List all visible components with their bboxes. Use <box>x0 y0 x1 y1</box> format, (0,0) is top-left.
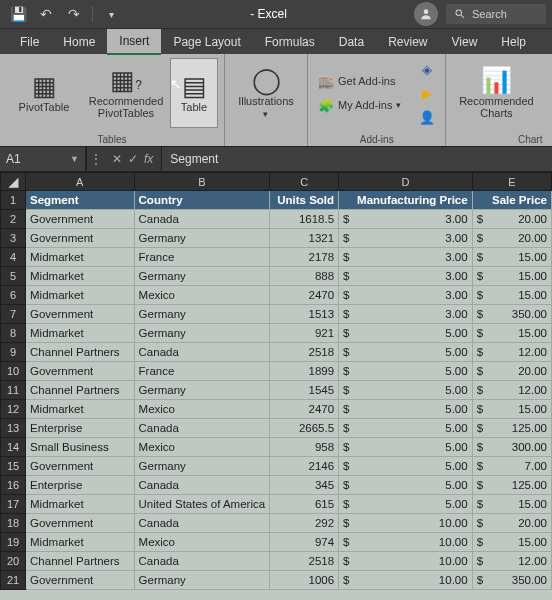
illustrations-button[interactable]: ◯ Illustrations▾ <box>231 58 301 128</box>
cell[interactable]: $15.00 <box>472 267 551 286</box>
search-box[interactable]: Search <box>446 4 546 24</box>
cell[interactable]: $3.00 <box>339 210 473 229</box>
cell[interactable]: 1545 <box>270 381 339 400</box>
fx-icon[interactable]: fx <box>144 152 153 166</box>
cell[interactable]: $125.00 <box>472 476 551 495</box>
my-addins-button[interactable]: 🧩 My Add-ins ▾ <box>314 94 405 116</box>
cell[interactable]: 2146 <box>270 457 339 476</box>
cell[interactable]: 2518 <box>270 343 339 362</box>
row-header[interactable]: 8 <box>1 324 26 343</box>
tab-review[interactable]: Review <box>376 29 439 55</box>
cell[interactable]: $10.00 <box>339 514 473 533</box>
cell[interactable]: Midmarket <box>26 267 135 286</box>
cell[interactable]: Germany <box>134 305 270 324</box>
undo-icon[interactable]: ↶ <box>34 3 58 25</box>
cell[interactable]: $5.00 <box>339 419 473 438</box>
header-cell[interactable]: Country <box>134 191 270 210</box>
cell[interactable]: 1321 <box>270 229 339 248</box>
column-header[interactable]: C <box>270 173 339 191</box>
cell[interactable]: 2470 <box>270 286 339 305</box>
people-addin-button[interactable]: 👤 <box>415 106 439 128</box>
cell[interactable]: Mexico <box>134 533 270 552</box>
cell[interactable]: 1513 <box>270 305 339 324</box>
cell[interactable]: $20.00 <box>472 362 551 381</box>
cell[interactable]: $15.00 <box>472 400 551 419</box>
cell[interactable]: Germany <box>134 229 270 248</box>
cell[interactable]: Government <box>26 362 135 381</box>
table-button[interactable]: ▤ Table <box>170 58 218 128</box>
cell[interactable]: 2470 <box>270 400 339 419</box>
column-header[interactable]: B <box>134 173 270 191</box>
cell[interactable]: Midmarket <box>26 533 135 552</box>
cell[interactable]: Channel Partners <box>26 552 135 571</box>
row-header[interactable]: 15 <box>1 457 26 476</box>
cell[interactable]: Midmarket <box>26 286 135 305</box>
cell[interactable]: Canada <box>134 514 270 533</box>
get-addins-button[interactable]: 🏬 Get Add-ins <box>314 70 405 92</box>
cell[interactable]: Midmarket <box>26 248 135 267</box>
cell[interactable]: Mexico <box>134 438 270 457</box>
row-header[interactable]: 12 <box>1 400 26 419</box>
dropdown-icon[interactable]: ▼ <box>70 154 79 164</box>
cell[interactable]: 958 <box>270 438 339 457</box>
cell[interactable]: 1899 <box>270 362 339 381</box>
cell[interactable]: Government <box>26 514 135 533</box>
cell[interactable]: $5.00 <box>339 457 473 476</box>
cell[interactable]: Mexico <box>134 400 270 419</box>
recommended-charts-button[interactable]: 📊 Recommended Charts <box>452 58 540 128</box>
cell[interactable]: $12.00 <box>472 343 551 362</box>
tab-insert[interactable]: Insert <box>107 29 161 55</box>
cell[interactable]: $300.00 <box>472 438 551 457</box>
cell[interactable]: $15.00 <box>472 495 551 514</box>
cancel-icon[interactable]: ✕ <box>112 152 122 166</box>
cell[interactable]: $3.00 <box>339 267 473 286</box>
tab-file[interactable]: File <box>8 29 51 55</box>
cell[interactable]: Channel Partners <box>26 381 135 400</box>
tab-help[interactable]: Help <box>489 29 538 55</box>
fbar-more[interactable]: ⋮ <box>86 147 104 171</box>
cell[interactable]: Enterprise <box>26 476 135 495</box>
row-header[interactable]: 17 <box>1 495 26 514</box>
row-header[interactable]: 20 <box>1 552 26 571</box>
cell[interactable]: 2518 <box>270 552 339 571</box>
worksheet-grid[interactable]: ◢ ABCDE 1SegmentCountryUnits SoldManufac… <box>0 172 552 600</box>
cell[interactable]: Channel Partners <box>26 343 135 362</box>
row-header[interactable]: 14 <box>1 438 26 457</box>
cell[interactable]: $3.00 <box>339 305 473 324</box>
tab-view[interactable]: View <box>440 29 490 55</box>
cell[interactable]: $10.00 <box>339 552 473 571</box>
cell[interactable]: $20.00 <box>472 514 551 533</box>
save-icon[interactable]: 💾 <box>6 3 30 25</box>
cell[interactable]: Government <box>26 229 135 248</box>
cell[interactable]: Midmarket <box>26 400 135 419</box>
cell[interactable]: $350.00 <box>472 571 551 590</box>
redo-icon[interactable]: ↷ <box>62 3 86 25</box>
bing-addin-button[interactable]: ▶ <box>415 82 439 104</box>
cell[interactable]: Mexico <box>134 286 270 305</box>
row-header[interactable]: 2 <box>1 210 26 229</box>
cell[interactable]: $3.00 <box>339 286 473 305</box>
cell[interactable]: $15.00 <box>472 248 551 267</box>
cell[interactable]: United States of America <box>134 495 270 514</box>
recommended-pivot-button[interactable]: ▦? Recommended PivotTables <box>84 58 168 128</box>
cell[interactable]: $10.00 <box>339 571 473 590</box>
cell[interactable]: Enterprise <box>26 419 135 438</box>
cell[interactable]: $5.00 <box>339 324 473 343</box>
cell[interactable]: 1006 <box>270 571 339 590</box>
column-header[interactable]: D <box>339 173 473 191</box>
cell[interactable]: $15.00 <box>472 324 551 343</box>
cell[interactable]: $12.00 <box>472 381 551 400</box>
visio-addin-button[interactable]: ◈ <box>415 58 439 80</box>
row-header[interactable]: 6 <box>1 286 26 305</box>
row-header[interactable]: 19 <box>1 533 26 552</box>
cell[interactable]: 2665.5 <box>270 419 339 438</box>
cell[interactable]: $7.00 <box>472 457 551 476</box>
cell[interactable]: 292 <box>270 514 339 533</box>
cell[interactable]: Germany <box>134 381 270 400</box>
row-header[interactable]: 18 <box>1 514 26 533</box>
tab-data[interactable]: Data <box>327 29 376 55</box>
row-header[interactable]: 9 <box>1 343 26 362</box>
cell[interactable]: 1618.5 <box>270 210 339 229</box>
name-box[interactable]: A1 ▼ <box>0 147 86 171</box>
cell[interactable]: $5.00 <box>339 476 473 495</box>
